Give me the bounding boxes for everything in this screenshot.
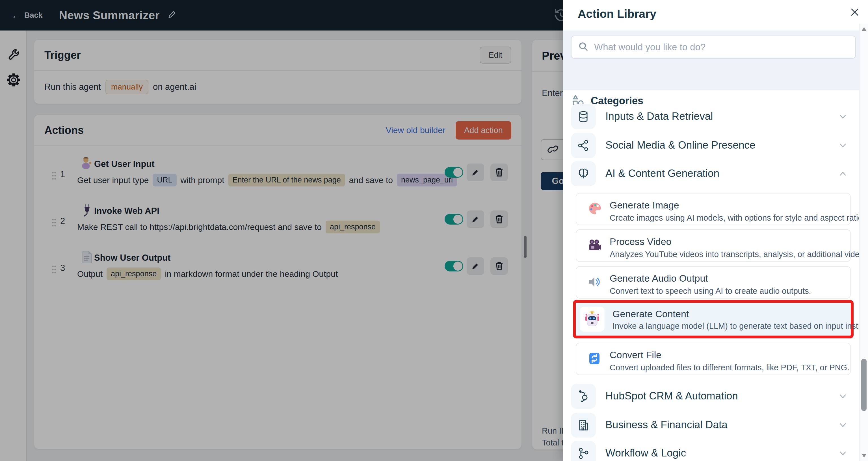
category-label: Social Media & Online Presence [606, 139, 755, 151]
scrollbar-thumb[interactable] [861, 359, 867, 411]
action-library-panel: Action Library Categories Inputs & Data [563, 0, 868, 461]
library-item-generate-image[interactable]: Generate Image Create images using AI mo… [576, 193, 851, 225]
category-hubspot-crm[interactable]: HubSpot CRM & Automation [563, 384, 859, 412]
robot-icon [580, 307, 604, 332]
category-label: Business & Financial Data [606, 419, 727, 431]
brain-icon [571, 161, 596, 186]
item-desc: Analyzes YouTube videos into transcripts… [610, 250, 868, 259]
chevron-up-icon [838, 169, 848, 180]
library-item-generate-content-highlighted[interactable]: Generate Content Invoke a language model… [573, 300, 854, 338]
panel-scrollbar[interactable] [859, 24, 868, 461]
hubspot-icon [571, 384, 596, 409]
category-workflow-logic[interactable]: Workflow & Logic [563, 441, 859, 461]
item-desc: Invoke a language model (LLM) to generat… [613, 322, 868, 331]
library-item-convert-file[interactable]: Convert File Convert uploaded files to d… [576, 343, 851, 375]
chevron-down-icon [838, 448, 848, 460]
speaker-icon [588, 276, 601, 289]
convert-file-icon [588, 352, 600, 366]
item-name: Generate Content [613, 308, 689, 320]
category-social-media[interactable]: Social Media & Online Presence [563, 133, 859, 161]
item-desc: Convert uploaded files to different form… [610, 363, 849, 372]
workflow-icon [571, 441, 596, 461]
share-icon [571, 133, 596, 158]
item-desc: Create images using AI models, with opti… [610, 213, 865, 223]
database-icon [571, 104, 596, 129]
agent-builder-screen: ← Back News Summarizer [0, 0, 868, 461]
item-name: Convert File [610, 350, 661, 360]
scrollbar-down-icon[interactable] [862, 454, 866, 458]
chevron-down-icon [838, 420, 848, 431]
item-name: Generate Image [610, 200, 679, 211]
chevron-down-icon [838, 111, 848, 123]
chevron-down-icon [838, 391, 848, 402]
close-icon[interactable] [848, 6, 862, 19]
category-business-financial[interactable]: Business & Financial Data [563, 413, 859, 441]
category-ai-content-generation[interactable]: AI & Content Generation [563, 161, 859, 190]
building-icon [571, 413, 596, 437]
item-name: Process Video [610, 236, 672, 247]
search-icon [578, 41, 588, 53]
modal-dim-overlay[interactable] [0, 0, 563, 461]
search-section [563, 31, 859, 90]
search-box[interactable] [571, 36, 856, 59]
scrollbar-up-icon[interactable] [862, 27, 866, 31]
category-inputs-data-retrieval[interactable]: Inputs & Data Retrieval [563, 104, 859, 132]
search-input[interactable] [594, 42, 837, 53]
item-desc: Convert text to speech using AI to creat… [610, 287, 811, 296]
category-label: Inputs & Data Retrieval [606, 110, 713, 122]
palette-icon [588, 202, 602, 216]
item-name: Generate Audio Output [610, 273, 708, 284]
chevron-down-icon [838, 140, 848, 152]
library-item-generate-audio-output[interactable]: Generate Audio Output Convert text to sp… [576, 266, 851, 299]
category-label: HubSpot CRM & Automation [606, 390, 738, 402]
category-label: AI & Content Generation [606, 167, 719, 179]
category-label: Workflow & Logic [606, 447, 686, 459]
panel-title: Action Library [578, 7, 656, 21]
library-item-process-video[interactable]: Process Video Analyzes YouTube videos in… [576, 229, 851, 262]
movie-camera-icon [588, 239, 602, 253]
